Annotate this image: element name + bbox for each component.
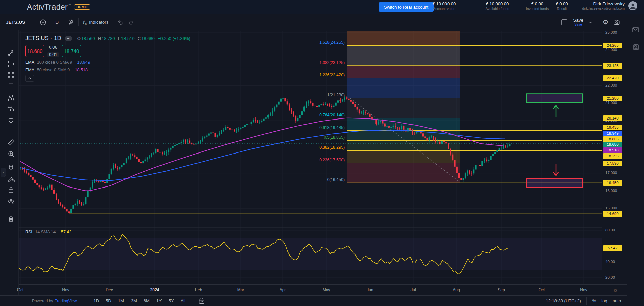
redo-button[interactable] (128, 19, 135, 26)
stat-label: Result (554, 7, 569, 11)
rsi-legend[interactable]: RSI 14 SMA 14 57.42 (25, 230, 71, 234)
range-button-6m[interactable]: 6M (141, 297, 152, 304)
zoom-in-tool-icon[interactable] (7, 150, 15, 158)
percent-scale-toggle[interactable]: % (592, 298, 596, 303)
sell-button[interactable]: 18.680 (25, 45, 44, 57)
projection-tool-icon[interactable] (7, 105, 15, 113)
draw-lock-tool-icon[interactable] (7, 175, 15, 183)
time-axis-label: Jul (410, 287, 416, 292)
lock-tool-icon[interactable] (7, 186, 15, 194)
buy-button[interactable]: 18.740 (62, 45, 81, 57)
time-axis-label: Jun (367, 287, 373, 292)
range-button-1m[interactable]: 1M (115, 297, 127, 304)
range-button-all[interactable]: All (178, 297, 188, 304)
ruler-tool-icon[interactable] (7, 138, 15, 146)
chart-type-button[interactable] (67, 19, 74, 26)
time-axis-label: May (323, 287, 330, 292)
user-name: Dirk Friczewsky (582, 1, 625, 6)
divider (4, 132, 14, 132)
price-scale-label: 21.000 (605, 101, 617, 105)
price-scale-badge: 23.125 (603, 63, 622, 69)
price-scale-badge: 17.590 (603, 161, 622, 166)
price-scale-badge: 57.42 (603, 245, 622, 251)
layout-button[interactable] (560, 18, 568, 26)
indicators-button[interactable]: ƒx Indicators (83, 19, 109, 25)
save-menu-button[interactable] (588, 20, 593, 25)
switch-to-real-account-button[interactable]: Switch to Real account (379, 2, 434, 12)
candlestick-chart-icon (67, 19, 74, 26)
fib-level-label: 1.236(22.420) (304, 73, 345, 77)
range-button-5y[interactable]: 5Y (166, 297, 177, 304)
indicator-row-ema50[interactable]: EMA 50 close 0 SMA 9 18.518 (25, 68, 190, 72)
news-icon[interactable] (632, 43, 640, 51)
layout-square-icon (560, 18, 568, 26)
price-scale-badge: 14.690 (603, 211, 622, 217)
logo-text: ActivTrader (27, 3, 68, 12)
ohlc-item: O18.560 (77, 36, 95, 41)
fib-retracement-tool-icon[interactable] (7, 60, 15, 68)
indicators-label: Indicators (89, 20, 109, 25)
eye-hide-tool-icon[interactable] (7, 197, 15, 205)
divider (4, 210, 14, 210)
price-scale-label: 24.000 (605, 48, 617, 52)
symbol-title[interactable]: JETS.US · 1D (25, 35, 61, 42)
auto-scale-toggle[interactable]: auto (613, 298, 621, 303)
trend-line-tool-icon[interactable] (7, 49, 15, 57)
heart-tool-icon[interactable] (7, 116, 15, 124)
chart-toolbar: JETS.US D ƒx Indicators (0, 14, 627, 30)
timeframe-button[interactable]: D (55, 20, 59, 25)
range-button-5d[interactable]: 5D (103, 297, 114, 304)
sidebar-expand-handle[interactable]: › (1, 168, 6, 177)
stat-value: € 10 000.00 (429, 1, 459, 6)
price-scale-badge: 22.420 (603, 75, 622, 81)
range-button-1y[interactable]: 1Y (154, 297, 165, 304)
price-scale-label: 25.000 (605, 30, 617, 34)
fib-level-label: 1(21.280) (304, 93, 345, 97)
rectangle-tool-icon[interactable] (7, 71, 15, 79)
drawing-tools-sidebar: › (0, 30, 19, 295)
price-scale-label: 40.00 (605, 260, 615, 264)
text-tool-icon[interactable] (7, 82, 15, 90)
chart-settings-button[interactable]: ⚙ (603, 18, 608, 26)
indicator-row-ema100[interactable]: EMA 100 close 0 SMA 9 18.949 (25, 60, 190, 65)
session-clock[interactable]: 12:18:39 (UTC+2) (546, 298, 581, 303)
collapse-indicators-button[interactable] (25, 75, 34, 82)
collapse-legend-icon[interactable]: – (65, 36, 72, 41)
log-scale-toggle[interactable]: log (601, 298, 607, 303)
range-button-1d[interactable]: 1D (91, 297, 102, 304)
magnet-tool-icon[interactable] (7, 164, 15, 172)
fib-level-label: 0.382(18.295) (304, 145, 345, 150)
save-layout-button[interactable]: Save Save (573, 18, 583, 27)
symbol-button[interactable]: JETS.US (6, 20, 25, 25)
axis-settings-icon[interactable]: ☼ (613, 287, 618, 293)
trash-tool-icon[interactable] (7, 215, 15, 223)
user-profile[interactable]: Dirk Friczewsky dirk.friczewsky@gmail.co… (582, 1, 637, 10)
app-logo: ActivTrader™ DEMO (27, 0, 90, 14)
ohlc-item: H18.780 (98, 36, 115, 41)
undo-button[interactable] (117, 19, 124, 26)
time-axis[interactable]: ☼ OctNovDec2024FebMarAprMayJunJulAugSepO… (19, 284, 627, 295)
price-scale[interactable]: 25.00024.00022.00021.00020.00017.00016.0… (602, 30, 627, 284)
go-to-date-icon[interactable] (198, 297, 205, 305)
fib-level-label: 0.236(17.590) (304, 158, 345, 162)
account-stat: € 0.00Invested funds (522, 1, 552, 11)
crosshair-tool-icon[interactable] (7, 37, 15, 45)
compare-add-symbol-button[interactable] (39, 19, 47, 26)
spread-value: 0.06 (49, 45, 57, 50)
screenshot-button[interactable] (613, 19, 620, 26)
xabcd-pattern-tool-icon[interactable] (7, 94, 15, 102)
avatar-icon[interactable] (628, 1, 637, 10)
range-button-3m[interactable]: 3M (128, 297, 140, 304)
stat-label: Invested funds (522, 7, 552, 11)
camera-icon (613, 19, 620, 26)
tradingview-link[interactable]: TradingView (55, 299, 77, 303)
price-scale-label: 80.00 (605, 228, 615, 232)
time-axis-label: 2024 (150, 287, 159, 292)
mail-icon[interactable] (632, 26, 640, 34)
time-axis-label: Aug (453, 287, 460, 292)
gear-icon: ⚙ (603, 18, 608, 26)
divider (598, 18, 598, 26)
time-axis-label: Sep (498, 287, 505, 292)
fib-level-label: 1.618(24.265) (304, 40, 345, 45)
price-scale-badge: 16.450 (603, 180, 622, 186)
